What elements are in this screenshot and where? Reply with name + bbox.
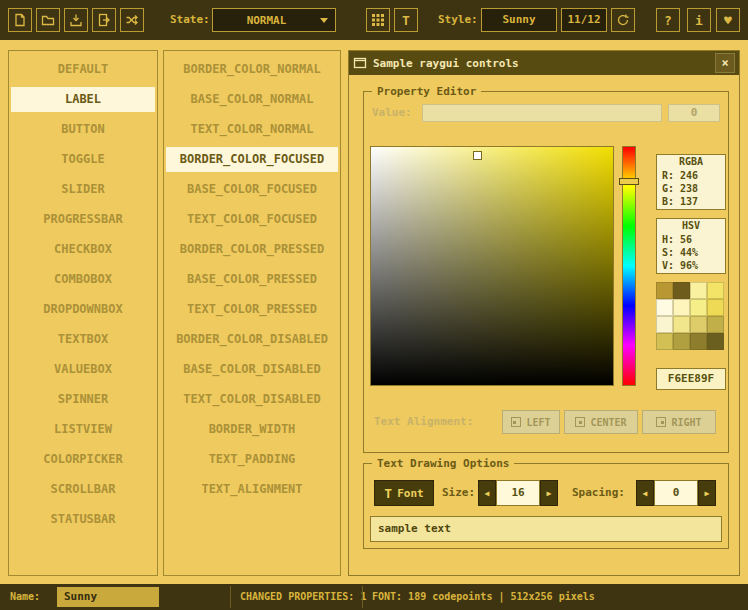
spacing-value-box[interactable]: 0	[654, 480, 698, 506]
align-center-button[interactable]: CENTER	[564, 410, 638, 434]
size-value-box[interactable]: 16	[496, 480, 540, 506]
help-button[interactable]: ?	[656, 8, 680, 32]
hex-color-input[interactable]: F6EE89F	[656, 368, 726, 390]
spacing-label: Spacing:	[572, 480, 625, 506]
color-swatch[interactable]	[690, 316, 707, 333]
size-increase-button[interactable]: ▶	[540, 480, 558, 506]
hsv-s-value: S: 44%	[657, 246, 725, 259]
list-item[interactable]: SCROLLBAR	[11, 477, 155, 502]
color-swatch[interactable]	[656, 299, 673, 316]
color-panel[interactable]	[370, 146, 614, 386]
random-style-button[interactable]	[120, 8, 144, 32]
style-label: Style:	[438, 0, 478, 40]
info-icon: i	[695, 13, 703, 28]
list-item[interactable]: VALUEBOX	[11, 357, 155, 382]
list-item[interactable]: LISTVIEW	[11, 417, 155, 442]
save-file-button[interactable]	[64, 8, 88, 32]
color-swatch[interactable]	[690, 282, 707, 299]
list-item[interactable]: TEXT_PADDING	[166, 447, 338, 472]
align-left-label: LEFT	[526, 417, 550, 428]
text-alignment-label: Text Alignment:	[374, 410, 473, 434]
rgba-g-value: G: 238	[657, 182, 725, 195]
style-name-button[interactable]: Sunny	[481, 8, 557, 32]
sample-text-input[interactable]: sample text	[370, 516, 722, 542]
font-button[interactable]: T Font	[374, 480, 434, 506]
list-item[interactable]: BORDER_WIDTH	[166, 417, 338, 442]
color-swatch[interactable]	[656, 316, 673, 333]
value-box[interactable]: 0	[668, 104, 720, 122]
open-file-icon	[41, 13, 55, 27]
close-button[interactable]: ×	[715, 53, 735, 73]
hue-handle[interactable]	[619, 178, 639, 185]
color-swatch[interactable]	[673, 333, 690, 350]
list-item[interactable]: PROGRESSBAR	[11, 207, 155, 232]
list-item[interactable]: CHECKBOX	[11, 237, 155, 262]
color-swatches	[656, 282, 724, 350]
list-item[interactable]: TOGGLE	[11, 147, 155, 172]
list-item[interactable]: TEXT_COLOR_DISABLED	[166, 387, 338, 412]
heart-icon: ♥	[724, 13, 732, 28]
state-dropdown[interactable]: NORMAL	[212, 8, 336, 32]
list-item[interactable]: BASE_COLOR_FOCUSED	[166, 177, 338, 202]
list-item[interactable]: COMBOBOX	[11, 267, 155, 292]
list-item[interactable]: BASE_COLOR_PRESSED	[166, 267, 338, 292]
property-editor-group: Property Editor Value: 0 RGBA R: 246 G: …	[363, 91, 729, 453]
color-swatch[interactable]	[673, 282, 690, 299]
align-right-button[interactable]: RIGHT	[642, 410, 716, 434]
color-swatch[interactable]	[690, 333, 707, 350]
spacing-increase-button[interactable]: ▶	[698, 480, 716, 506]
style-name-field[interactable]: Sunny	[57, 587, 159, 607]
spacing-decrease-button[interactable]: ◀	[636, 480, 654, 506]
color-swatch[interactable]	[707, 333, 724, 350]
toolbar: State: NORMAL T Style: Sunny 11/12 ? i ♥	[0, 0, 748, 40]
list-item[interactable]: SPINNER	[11, 387, 155, 412]
color-swatch[interactable]	[690, 299, 707, 316]
value-slider[interactable]	[422, 104, 662, 122]
list-item[interactable]: BORDER_COLOR_DISABLED	[166, 327, 338, 352]
list-item[interactable]: TEXT_COLOR_FOCUSED	[166, 207, 338, 232]
list-item[interactable]: SLIDER	[11, 177, 155, 202]
new-file-icon	[13, 13, 27, 27]
color-swatch[interactable]	[707, 316, 724, 333]
rgba-panel: RGBA R: 246 G: 238 B: 137	[656, 154, 726, 210]
window-titlebar[interactable]: Sample raygui controls ×	[349, 51, 739, 75]
list-item-selected[interactable]: LABEL	[11, 87, 155, 112]
color-swatch[interactable]	[673, 299, 690, 316]
grid-icon	[371, 13, 385, 27]
align-right-label: RIGHT	[671, 417, 701, 428]
align-left-button[interactable]: LEFT	[502, 410, 560, 434]
export-style-button[interactable]	[92, 8, 116, 32]
open-file-button[interactable]	[36, 8, 60, 32]
info-button[interactable]: i	[687, 8, 711, 32]
list-item[interactable]: TEXT_COLOR_PRESSED	[166, 297, 338, 322]
hue-bar[interactable]	[622, 146, 636, 386]
color-swatch[interactable]	[707, 299, 724, 316]
new-file-button[interactable]	[8, 8, 32, 32]
color-cursor[interactable]	[473, 151, 482, 160]
close-icon: ×	[721, 56, 728, 70]
list-item[interactable]: BASE_COLOR_NORMAL	[166, 87, 338, 112]
list-item[interactable]: DROPDOWNBOX	[11, 297, 155, 322]
statusbar-divider	[362, 586, 363, 608]
list-item[interactable]: BUTTON	[11, 117, 155, 142]
list-item[interactable]: TEXT_ALIGNMENT	[166, 477, 338, 502]
color-swatch[interactable]	[656, 282, 673, 299]
list-item[interactable]: BASE_COLOR_DISABLED	[166, 357, 338, 382]
list-item[interactable]: TEXT_COLOR_NORMAL	[166, 117, 338, 142]
text-editor-button[interactable]: T	[394, 8, 418, 32]
color-swatch[interactable]	[673, 316, 690, 333]
sponsor-button[interactable]: ♥	[716, 8, 740, 32]
align-right-icon	[656, 417, 666, 427]
reload-style-button[interactable]	[611, 8, 635, 32]
color-swatch[interactable]	[707, 282, 724, 299]
list-item[interactable]: DEFAULT	[11, 57, 155, 82]
list-item[interactable]: BORDER_COLOR_PRESSED	[166, 237, 338, 262]
style-table-button[interactable]	[366, 8, 390, 32]
list-item[interactable]: BORDER_COLOR_NORMAL	[166, 57, 338, 82]
list-item[interactable]: TEXTBOX	[11, 327, 155, 352]
list-item[interactable]: STATUSBAR	[11, 507, 155, 532]
list-item-selected[interactable]: BORDER_COLOR_FOCUSED	[166, 147, 338, 172]
list-item[interactable]: COLORPICKER	[11, 447, 155, 472]
size-decrease-button[interactable]: ◀	[478, 480, 496, 506]
color-swatch[interactable]	[656, 333, 673, 350]
